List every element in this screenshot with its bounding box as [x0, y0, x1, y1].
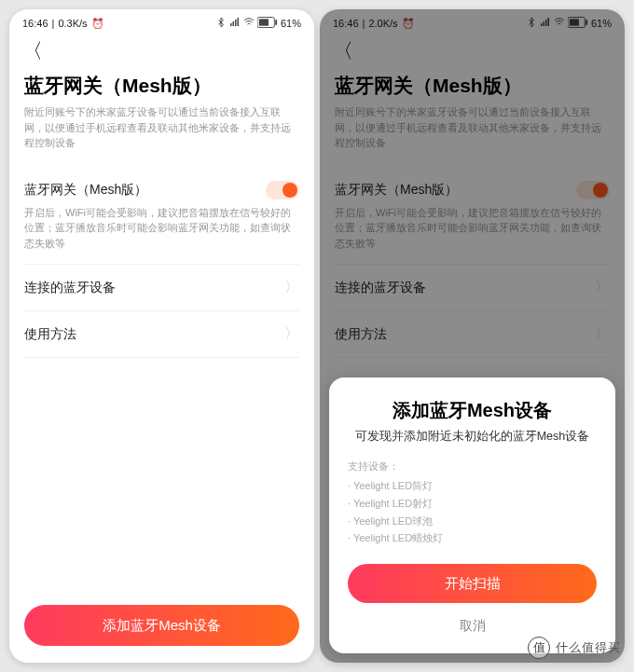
alarm-icon: ⏰	[402, 18, 415, 30]
signal-icon	[540, 17, 551, 30]
svg-rect-10	[547, 18, 549, 26]
svg-rect-12	[586, 20, 587, 25]
usage-label: 使用方法	[335, 326, 387, 343]
status-time: 16:46	[22, 18, 48, 29]
gateway-toggle-row: 蓝牙网关（Mesh版） 开启后，WiFi可能会受影响，建议把音箱摆放在信号较好的…	[24, 168, 299, 266]
page-description: 附近同账号下的米家蓝牙设备可以通过当前设备接入互联网，以便通过手机远程查看及联动…	[24, 104, 299, 151]
add-mesh-device-button[interactable]: 添加蓝牙Mesh设备	[24, 605, 299, 646]
svg-rect-9	[545, 20, 547, 26]
page-title: 蓝牙网关（Mesh版）	[24, 73, 299, 99]
status-speed: 2.0K/s	[368, 18, 397, 29]
toggle-row-title: 蓝牙网关（Mesh版）	[24, 182, 147, 199]
list-item: Yeelight LED射灯	[348, 495, 597, 513]
toggle-row-desc: 开启后，WiFi可能会受影响，建议把音箱摆放在信号较好的位置；蓝牙播放音乐时可能…	[335, 205, 610, 252]
battery-icon	[257, 17, 278, 30]
add-device-sheet: 添加蓝牙Mesh设备 可发现并添加附近未初始化的蓝牙Mesh设备 支持设备： Y…	[329, 377, 615, 653]
svg-rect-8	[543, 21, 544, 26]
watermark-text: 什么值得买	[556, 639, 621, 656]
sheet-subtitle: 可发现并添加附近未初始化的蓝牙Mesh设备	[348, 429, 597, 445]
svg-rect-13	[570, 19, 579, 25]
svg-rect-7	[541, 23, 543, 26]
battery-icon	[568, 17, 588, 30]
connected-devices-label: 连接的蓝牙设备	[335, 280, 426, 296]
gateway-toggle[interactable]	[266, 181, 299, 199]
connected-devices-row[interactable]: 连接的蓝牙设备 〉	[335, 265, 610, 311]
watermark-icon: 值	[528, 637, 550, 659]
chevron-right-icon: 〉	[595, 324, 610, 344]
chevron-right-icon: 〉	[284, 324, 299, 344]
battery-pct: 61%	[591, 18, 612, 29]
gateway-toggle[interactable]	[576, 181, 610, 199]
signal-icon	[229, 17, 241, 30]
nav-bar: 〈	[320, 34, 625, 73]
svg-rect-5	[275, 20, 277, 25]
page-description: 附近同账号下的米家蓝牙设备可以通过当前设备接入互联网，以便通过手机远程查看及联动…	[335, 104, 610, 151]
back-button[interactable]: 〈	[22, 37, 43, 65]
sheet-title: 添加蓝牙Mesh设备	[348, 398, 597, 423]
start-scan-button[interactable]: 开始扫描	[348, 564, 597, 603]
svg-rect-3	[237, 18, 239, 26]
watermark: 值 什么值得买	[528, 637, 621, 659]
connected-devices-row[interactable]: 连接的蓝牙设备 〉	[24, 265, 299, 311]
alarm-icon: ⏰	[91, 18, 104, 30]
list-item: Yeelight LED蜡烛灯	[348, 529, 597, 547]
svg-rect-1	[232, 21, 234, 26]
status-time: 16:46	[333, 18, 359, 29]
page-title: 蓝牙网关（Mesh版）	[335, 73, 610, 99]
status-sep: |	[363, 18, 365, 29]
connected-devices-label: 连接的蓝牙设备	[24, 280, 116, 296]
status-speed: 0.3K/s	[58, 18, 87, 29]
phone-screen-left: 16:46 | 0.3K/s ⏰ 61%	[9, 9, 314, 663]
status-bar: 16:46 | 2.0K/s ⏰ 61%	[320, 9, 625, 34]
bluetooth-icon	[526, 17, 537, 30]
gateway-toggle-row: 蓝牙网关（Mesh版） 开启后，WiFi可能会受影响，建议把音箱摆放在信号较好的…	[335, 168, 610, 266]
status-bar: 16:46 | 0.3K/s ⏰ 61%	[9, 9, 314, 34]
svg-rect-0	[230, 23, 232, 26]
usage-row[interactable]: 使用方法 〉	[24, 311, 299, 358]
wifi-icon	[554, 17, 565, 30]
chevron-right-icon: 〉	[284, 278, 299, 297]
svg-rect-6	[259, 19, 269, 25]
list-item: Yeelight LED筒灯	[348, 477, 597, 495]
chevron-right-icon: 〉	[595, 278, 610, 297]
battery-pct: 61%	[281, 18, 301, 29]
wifi-icon	[243, 17, 255, 30]
status-sep: |	[52, 18, 55, 29]
usage-label: 使用方法	[24, 326, 76, 343]
supported-devices-list: Yeelight LED筒灯 Yeelight LED射灯 Yeelight L…	[348, 477, 597, 547]
supported-devices-label: 支持设备：	[348, 459, 597, 473]
bluetooth-icon	[215, 17, 227, 30]
toggle-row-desc: 开启后，WiFi可能会受影响，建议把音箱摆放在信号较好的位置；蓝牙播放音乐时可能…	[24, 205, 299, 252]
back-button[interactable]: 〈	[333, 37, 353, 65]
svg-rect-2	[235, 20, 237, 26]
phone-screen-right: 16:46 | 2.0K/s ⏰ 61%	[320, 9, 625, 663]
toggle-row-title: 蓝牙网关（Mesh版）	[335, 182, 458, 199]
list-item: Yeelight LED球泡	[348, 513, 597, 530]
nav-bar: 〈	[9, 34, 314, 73]
usage-row[interactable]: 使用方法 〉	[335, 311, 610, 358]
